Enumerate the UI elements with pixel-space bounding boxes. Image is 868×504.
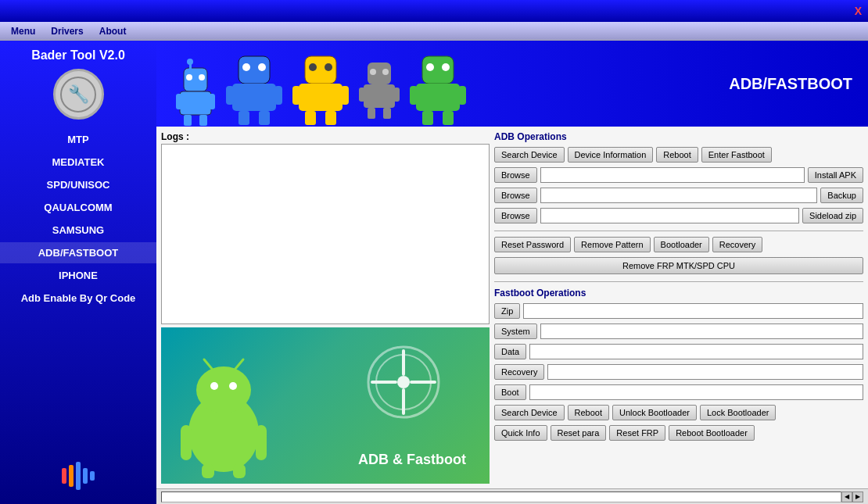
svg-point-30	[382, 69, 389, 75]
browse-1-input[interactable]	[540, 167, 805, 183]
backup-btn[interactable]: Backup	[820, 188, 863, 203]
bar-blue-short	[90, 471, 95, 481]
close-button[interactable]: X	[855, 5, 862, 17]
compass-icon	[364, 343, 443, 421]
svg-rect-24	[292, 86, 300, 105]
svg-rect-42	[422, 111, 433, 125]
log-section: Logs :	[161, 131, 490, 484]
boot-input[interactable]	[529, 384, 863, 400]
svg-rect-18	[239, 111, 249, 125]
title-bar: X	[0, 0, 868, 22]
unlock-bootloader-btn[interactable]: Unlock Bootloader	[612, 405, 697, 420]
remove-pattern-btn[interactable]: Remove Pattern	[574, 237, 650, 252]
svg-rect-36	[422, 56, 454, 84]
ops-panel: ADB Operations Search Device Device Info…	[494, 131, 863, 484]
log-box[interactable]	[161, 144, 490, 324]
log-label: Logs :	[161, 131, 490, 142]
fb-row-actions: Search Device Reboot Unlock Bootloader L…	[494, 405, 863, 420]
search-device-btn[interactable]: Search Device	[494, 147, 565, 163]
menu-item-menu[interactable]: Menu	[3, 24, 43, 38]
system-input[interactable]	[540, 323, 863, 339]
enter-fastboot-btn[interactable]: Enter Fastboot	[701, 147, 772, 163]
recovery-input[interactable]	[547, 364, 863, 380]
svg-point-13	[242, 63, 250, 71]
sidebar-item-qrcode[interactable]: Adb Enable By Qr Code	[0, 288, 156, 309]
sidebar-item-mediatek[interactable]: MEDIATEK	[0, 152, 156, 173]
recovery-fb-btn[interactable]: Recovery	[494, 364, 544, 380]
svg-point-3	[186, 74, 192, 80]
reboot-btn[interactable]: Reboot	[656, 147, 698, 163]
sidebar-item-adb[interactable]: ADB/FASTBOOT	[0, 242, 156, 263]
quick-info-btn[interactable]: Quick Info	[494, 425, 547, 441]
reboot-bootloader-btn[interactable]: Reboot Bootloader	[669, 425, 755, 441]
status-bar-inner	[161, 491, 841, 502]
browse-1-btn[interactable]: Browse	[494, 167, 537, 183]
robot-green	[407, 41, 469, 127]
svg-point-4	[199, 74, 205, 80]
svg-rect-39	[416, 84, 460, 111]
browse-2-btn[interactable]: Browse	[494, 188, 537, 203]
sideload-zip-btn[interactable]: Sideload zip	[802, 208, 863, 223]
browse-2-input[interactable]	[540, 188, 818, 203]
sidebar-bottom-bars	[62, 456, 95, 496]
bar-blue-mid	[83, 468, 88, 484]
sidebar-item-iphone[interactable]: IPHONE	[0, 265, 156, 286]
reset-para-btn[interactable]: Reset para	[551, 425, 607, 441]
bootloader-btn[interactable]: Bootloader	[654, 237, 709, 252]
svg-rect-23	[299, 84, 343, 111]
svg-point-21	[309, 63, 317, 71]
sidebar-item-samsung[interactable]: SAMSUNG	[0, 220, 156, 241]
svg-rect-12	[239, 56, 270, 84]
svg-rect-20	[305, 56, 336, 84]
bar-orange	[69, 465, 74, 487]
bar-blue-tall	[76, 462, 81, 490]
zip-input[interactable]	[523, 303, 863, 319]
lock-bootloader-btn[interactable]: Lock Bootloader	[700, 405, 777, 420]
fb-row-data: Data	[494, 344, 863, 359]
menu-item-drivers[interactable]: Drivers	[43, 24, 91, 38]
reset-frp-btn[interactable]: Reset FRP	[609, 425, 665, 441]
sidebar-item-mtp[interactable]: MTP	[0, 129, 156, 150]
banner: ADB/FASTBOOT	[156, 41, 868, 127]
browse-3-input[interactable]	[540, 208, 799, 223]
svg-rect-53	[233, 464, 246, 478]
svg-point-46	[210, 382, 218, 390]
menu-item-about[interactable]: About	[91, 24, 135, 38]
svg-rect-41	[458, 86, 466, 105]
svg-rect-40	[410, 86, 418, 105]
data-btn[interactable]: Data	[494, 344, 526, 359]
fastboot-image: ADB & Fastboot	[161, 327, 490, 484]
reset-password-btn[interactable]: Reset Password	[494, 237, 571, 252]
data-input[interactable]	[529, 344, 863, 359]
svg-point-14	[258, 63, 266, 71]
fb-search-device-btn[interactable]: Search Device	[494, 405, 565, 420]
svg-rect-9	[199, 115, 207, 126]
device-info-btn[interactable]: Device Information	[568, 147, 654, 163]
adb-row-2: Browse Install APK	[494, 167, 863, 183]
boot-btn[interactable]: Boot	[494, 384, 526, 400]
zip-btn[interactable]: Zip	[494, 303, 520, 319]
svg-rect-52	[202, 464, 214, 478]
robot-gray	[356, 48, 403, 127]
svg-rect-5	[180, 91, 211, 115]
scroll-right-btn[interactable]: ▶	[852, 491, 863, 502]
fastboot-ops-title: Fastboot Operations	[494, 288, 863, 298]
adb-row-1: Search Device Device Information Reboot …	[494, 147, 863, 163]
install-apk-btn[interactable]: Install APK	[808, 167, 863, 183]
sidebar-item-spd[interactable]: SPD/UNISOC	[0, 174, 156, 195]
svg-rect-43	[443, 111, 454, 125]
svg-rect-19	[259, 111, 270, 125]
system-btn[interactable]: System	[494, 323, 537, 339]
sidebar-item-qualcomm[interactable]: QAUALCOMM	[0, 197, 156, 218]
browse-3-btn[interactable]: Browse	[494, 208, 537, 223]
recovery-adb-btn[interactable]: Recovery	[712, 237, 762, 252]
svg-point-22	[325, 63, 332, 71]
sidebar: Bader Tool V2.0 🔧 MTP MEDIATEK SPD/UNISO…	[0, 41, 156, 504]
fb-reboot-btn[interactable]: Reboot	[568, 405, 609, 420]
remove-frp-btn[interactable]: Remove FRP MTK/SPD CPU	[494, 257, 863, 274]
bar-red	[62, 468, 66, 484]
banner-title: ADB/FASTBOOT	[729, 75, 852, 93]
svg-point-38	[442, 63, 450, 71]
sidebar-nav: MTP MEDIATEK SPD/UNISOC QAUALCOMM SAMSUN…	[0, 129, 156, 309]
scroll-left-btn[interactable]: ◀	[841, 491, 852, 502]
